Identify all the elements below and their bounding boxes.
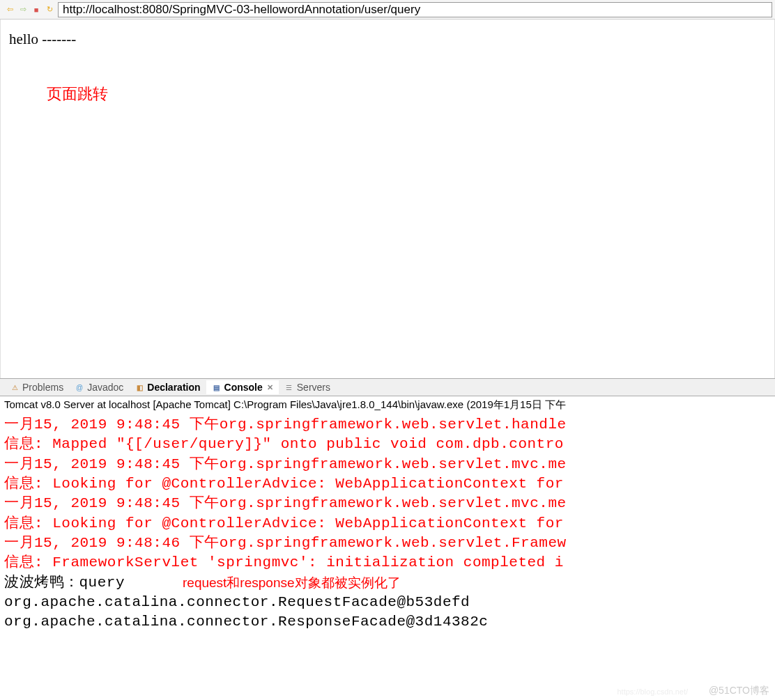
tab-label: Servers [297,382,330,393]
tab-label: Declaration [147,382,200,393]
tab-declaration[interactable]: ◧ Declaration [129,380,206,394]
console-icon: ▤ [212,382,222,392]
annotation-request-response: request和response对象都被实例化了 [183,574,401,592]
console-line: 一月15, 2019 9:48:45 下午org.springframework… [4,494,771,513]
forward-icon[interactable]: ⇨ [17,4,29,15]
console-line: 一月15, 2019 9:48:45 下午org.springframework… [4,455,771,474]
browser-toolbar: ⇦ ⇨ ■ ↻ [0,0,775,20]
watermark-51cto: @51CTO博客 [709,685,769,697]
console-line: 信息: Mapped "{[/user/query]}" onto public… [4,435,771,454]
console-line: 一月15, 2019 9:48:46 下午org.springframework… [4,534,771,553]
javadoc-icon: @ [75,382,84,392]
tab-label: Javadoc [87,382,123,393]
browser-viewport: hello ------- 页面跳转 [0,20,775,378]
nav-icons-group: ⇦ ⇨ ■ ↻ [3,4,58,15]
console-header: Tomcat v8.0 Server at localhost [Apache … [0,396,775,414]
back-icon[interactable]: ⇦ [4,4,15,15]
tab-label: Console [224,382,263,393]
tab-console[interactable]: ▤ Console ✕ [206,380,279,394]
declaration-icon: ◧ [135,382,144,392]
problems-icon: ⚠ [10,382,20,392]
refresh-icon[interactable]: ↻ [44,4,55,15]
console-output[interactable]: 一月15, 2019 9:48:45 下午org.springframework… [0,414,775,634]
close-icon[interactable]: ✕ [267,383,273,392]
console-line: org.apache.catalina.connector.RequestFac… [4,593,771,612]
tab-label: Problems [22,382,63,393]
console-line: 信息: Looking for @ControllerAdvice: WebAp… [4,514,771,534]
servers-icon: ☰ [284,382,294,392]
tab-problems[interactable]: ⚠ Problems [4,380,69,394]
url-input[interactable] [58,2,772,17]
console-line: 一月15, 2019 9:48:45 下午org.springframework… [4,415,771,435]
page-body-text: hello ------- [9,31,766,48]
tab-javadoc[interactable]: @ Javadoc [69,380,129,394]
console-line: 信息: FrameworkServlet 'springmvc': initia… [4,553,771,573]
console-line: org.apache.catalina.connector.ResponseFa… [4,612,771,632]
tab-servers[interactable]: ☰ Servers [279,380,336,394]
stop-icon[interactable]: ■ [31,4,42,15]
console-line: 信息: Looking for @ControllerAdvice: WebAp… [4,474,771,494]
watermark-csdn: https://blog.csdn.net/ [617,687,688,696]
views-tab-bar: ⚠ Problems @ Javadoc ◧ Declaration ▤ Con… [0,378,775,396]
annotation-page-redirect: 页面跳转 [47,84,108,104]
